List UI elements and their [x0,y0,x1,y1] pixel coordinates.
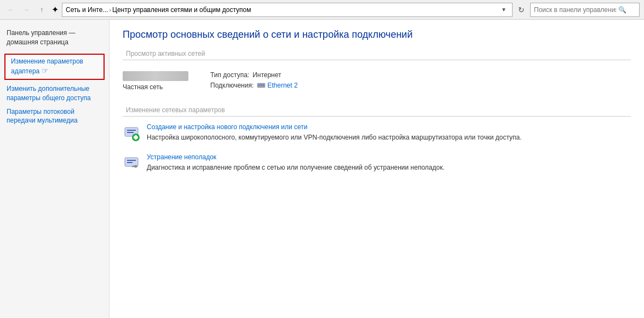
sidebar-streaming-line1: Параметры потоковой [7,107,102,117]
connections-row: Подключения: Ethernet 2 [210,81,298,90]
new-connection-desc: Настройка широкополосного, коммутируемог… [147,133,631,142]
toolbar: ← → ↑ ✦ Сеть и Инте... › Центр управлени… [0,0,644,20]
new-connection-icon-svg [123,124,140,142]
change-settings-header: Изменение сетевых параметров [123,106,631,117]
active-networks-section: Просмотр активных сетей Частная сеть Тип… [123,50,631,95]
breadcrumb: Сеть и Инте... › Центр управления сетями… [66,6,497,14]
ethernet-icon [257,81,266,90]
sidebar-item-streaming[interactable]: Параметры потоковой передачи мультимедиа [0,105,109,128]
ethernet-link[interactable]: Ethernet 2 [257,81,297,90]
breadcrumb-start: Сеть и Инте... [66,6,108,14]
sidebar-home-line1: Панель управления — [7,28,102,38]
new-connection-icon [123,124,140,142]
sidebar-item-home[interactable]: Панель управления — домашняя страница [0,26,109,49]
forward-button[interactable]: → [20,3,33,16]
active-networks-content: Частная сеть Тип доступа: Интернет Подкл… [123,67,631,95]
refresh-button[interactable]: ↻ [515,3,528,16]
address-dropdown-button[interactable]: ▼ [499,5,509,15]
svg-rect-2 [261,84,262,86]
sidebar-sharing-line2: параметры общего доступа [7,94,102,103]
sidebar-sharing-line1: Изменить дополнительные [7,84,102,94]
ethernet-link-text: Ethernet 2 [267,82,297,89]
sidebar-home-line2: домашняя страница [7,38,102,47]
sidebar-streaming-line2: передачи мультимедиа [7,116,102,125]
active-networks-label: Просмотр активных сетей [126,50,205,57]
access-type-value: Интернет [252,71,281,79]
page-title: Просмотр основных сведений о сети и наст… [123,28,631,41]
active-networks-header: Просмотр активных сетей [123,50,631,60]
svg-rect-11 [127,160,136,161]
network-info: Тип доступа: Интернет Подключения: [210,71,298,90]
search-box: 🔍 [530,3,640,17]
troubleshoot-text: Устранение неполадок Диагностика и испра… [147,153,631,172]
svg-rect-12 [127,162,133,163]
sidebar-item-adapter-settings[interactable]: Изменение параметров адаптера☞ [4,54,105,80]
access-type-label: Тип доступа: [210,71,249,79]
back-button[interactable]: ← [4,3,18,16]
search-input[interactable] [534,6,616,14]
search-submit-button[interactable]: 🔍 [618,6,626,14]
search-icon: 🔍 [618,6,626,14]
address-bar: Сеть и Инте... › Центр управления сетями… [62,3,513,17]
network-name-block: Частная сеть [123,71,188,91]
svg-rect-5 [127,130,136,131]
change-settings-label: Изменение сетевых параметров [126,106,225,114]
troubleshoot-icon [123,154,140,172]
new-connection-item: Создание и настройка нового подключения … [123,123,631,142]
troubleshoot-item: Устранение неполадок Диагностика и испра… [123,153,631,172]
breadcrumb-current: Центр управления сетями и общим доступом [112,6,251,14]
sidebar-item-sharing-settings[interactable]: Изменить дополнительные параметры общего… [0,82,109,105]
svg-rect-3 [263,84,264,86]
svg-rect-9 [134,136,138,138]
new-connection-link[interactable]: Создание и настройка нового подключения … [147,123,631,131]
sidebar: Панель управления — домашняя страница Из… [0,20,110,318]
windows-logo-icon: ✦ [51,4,59,15]
change-settings-section: Изменение сетевых параметров [123,106,631,172]
svg-rect-1 [258,84,260,86]
network-type-label: Частная сеть [123,83,188,91]
access-type-row: Тип доступа: Интернет [210,71,298,79]
troubleshoot-link[interactable]: Устранение неполадок [147,153,631,161]
troubleshoot-desc: Диагностика и исправление проблем с сеть… [147,163,631,172]
network-icon-bar [123,71,188,81]
new-connection-text: Создание и настройка нового подключения … [147,123,631,142]
svg-rect-6 [127,132,134,133]
sidebar-adapter-line2: адаптера☞ [11,66,98,77]
troubleshoot-icon-svg [123,154,140,172]
sidebar-adapter-line1: Изменение параметров [11,57,98,66]
connections-label: Подключения: [210,82,254,89]
content-area: Просмотр основных сведений о сети и наст… [110,20,644,318]
up-button[interactable]: ↑ [35,3,48,16]
main-container: Панель управления — домашняя страница Из… [0,20,644,318]
breadcrumb-separator: › [109,7,111,13]
